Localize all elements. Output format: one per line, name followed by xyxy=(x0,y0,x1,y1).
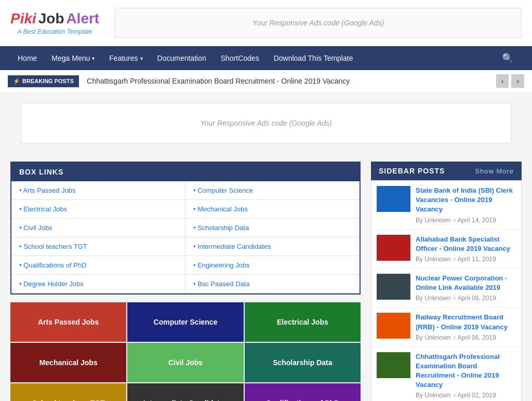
sidebar-post-image xyxy=(377,186,410,212)
ad-section: Your Responsive Ads code (Google Ads) xyxy=(21,103,511,143)
color-grid-cell[interactable]: School teachers TGT xyxy=(10,383,126,401)
ad-section-wrapper: Your Responsive Ads code (Google Ads) xyxy=(0,92,532,154)
sidebar-post: Nuclear Power Corporation - Online Link … xyxy=(371,269,521,308)
logo-tagline: A Best Education Template xyxy=(10,28,99,35)
nav-features-label: Features xyxy=(109,54,138,62)
box-link-item[interactable]: • Bsc Paased Data xyxy=(185,275,360,293)
sidebar-post-info: Railway Recruitment Board (RRB) - Online… xyxy=(416,313,516,341)
header-ad-banner: Your Responsive Ads code (Google Ads) xyxy=(115,8,522,38)
sidebar-post-meta: By Unknown ○ April 09, 2019 xyxy=(416,295,516,302)
sidebar-post-image xyxy=(377,352,410,378)
box-link-item[interactable]: • Scholarship Data xyxy=(185,219,360,237)
color-grid-cell[interactable]: Mechanical Jobs xyxy=(10,343,126,382)
sidebar-header: SIDEBAR POSTS Show More xyxy=(371,162,522,180)
sidebar-posts-container: State Bank of India (SBI) Clerk Vacancie… xyxy=(371,180,522,401)
breaking-next-button[interactable]: › xyxy=(511,74,524,88)
box-link-item[interactable]: • Mechanical Jobs xyxy=(185,200,360,219)
breaking-text: Chhattisgarh Professional Examination Bo… xyxy=(87,77,488,85)
nav-download-label: Download This Template xyxy=(274,54,353,62)
chevron-down-icon: ▾ xyxy=(92,56,95,61)
sidebar-post-meta: By Unknown ○ April 06, 2019 xyxy=(416,334,516,341)
nav-mega-menu-label: Mega Menu xyxy=(51,54,90,62)
logo-text: Piki Job Alert A Best Education Template xyxy=(10,10,99,35)
box-link-item[interactable]: • Degree Holder Jobs xyxy=(11,275,185,293)
color-grid-cell[interactable]: Electrical Jobs xyxy=(245,302,361,342)
box-link-item[interactable]: • Engineering Jobs xyxy=(185,256,360,275)
nav-documentation[interactable]: Documentation xyxy=(150,46,214,70)
sidebar-post-image xyxy=(377,313,410,339)
box-links-section: BOX LINKS • Arts Passed Jobs• Computer S… xyxy=(10,162,361,295)
sidebar-post-title[interactable]: State Bank of India (SBI) Clerk Vacancie… xyxy=(416,186,516,215)
sidebar-header-label: SIDEBAR POSTS xyxy=(379,167,445,175)
sidebar: SIDEBAR POSTS Show More State Bank of In… xyxy=(371,162,522,401)
breaking-badge-label: BREAKING POSTS xyxy=(22,78,74,84)
color-grid: Arts Passed JobsComputer ScienceElectric… xyxy=(10,302,361,401)
nav-home-label: Home xyxy=(18,54,37,62)
header: Piki Job Alert A Best Education Template… xyxy=(0,0,532,46)
sidebar-post-meta: By Unknown ○ April 11, 2019 xyxy=(416,256,516,263)
color-grid-cell[interactable]: Qualifications of PhD xyxy=(245,383,361,401)
box-links-grid: • Arts Passed Jobs• Computer Science• El… xyxy=(11,181,360,293)
sidebar-post-info: State Bank of India (SBI) Clerk Vacancie… xyxy=(416,186,516,224)
sidebar-post: State Bank of India (SBI) Clerk Vacancie… xyxy=(371,181,521,230)
lightning-icon: ⚡ xyxy=(13,78,20,85)
color-grid-cell[interactable]: Computer Science xyxy=(127,302,243,342)
sidebar-post-title[interactable]: Nuclear Power Corporation - Online Link … xyxy=(416,274,516,292)
box-link-item[interactable]: • Computer Science xyxy=(185,181,360,200)
nav-documentation-label: Documentation xyxy=(157,54,206,62)
box-link-item[interactable]: • Electrical Jobs xyxy=(11,200,185,219)
sidebar-post-meta: By Unknown ○ April 14, 2019 xyxy=(416,217,516,224)
color-grid-cell[interactable]: Intermediate Candidates xyxy=(127,383,243,401)
sidebar-post-title[interactable]: Chhattisgarh Professional Examination Bo… xyxy=(416,352,516,390)
breaking-news-bar: ⚡ BREAKING POSTS Chhattisgarh Profession… xyxy=(0,70,532,92)
color-grid-cell[interactable]: Arts Passed Jobs xyxy=(10,302,126,342)
sidebar-post-image xyxy=(377,235,410,261)
navbar: Home Mega Menu ▾ Features ▾ Documentatio… xyxy=(0,46,532,70)
sidebar-post: Chhattisgarh Professional Examination Bo… xyxy=(371,347,521,401)
nav-features[interactable]: Features ▾ xyxy=(102,46,150,70)
logo-title: Piki Job Alert xyxy=(10,10,99,27)
search-icon[interactable]: 🔍 xyxy=(494,46,522,70)
nav-mega-menu[interactable]: Mega Menu ▾ xyxy=(44,46,102,70)
box-links-header: BOX LINKS xyxy=(11,163,360,181)
logo-piki: Piki xyxy=(10,10,36,26)
left-content: BOX LINKS • Arts Passed Jobs• Computer S… xyxy=(10,162,361,401)
breaking-nav: ‹ › xyxy=(496,74,524,88)
nav-shortcodes-label: ShortCodes xyxy=(221,54,259,62)
show-more-link[interactable]: Show More xyxy=(475,167,514,175)
sidebar-post-meta: By Unknown ○ April 02, 2019 xyxy=(416,392,516,399)
sidebar-post-info: Allahabad Bank Specialist Officer - Onli… xyxy=(416,235,516,263)
nav-download[interactable]: Download This Template xyxy=(267,46,361,70)
sidebar-post-info: Chhattisgarh Professional Examination Bo… xyxy=(416,352,516,399)
breaking-prev-button[interactable]: ‹ xyxy=(496,74,509,88)
logo-job: Job xyxy=(38,10,64,26)
box-link-item[interactable]: • School teachers TGT xyxy=(11,237,185,256)
sidebar-post-title[interactable]: Railway Recruitment Board (RRB) - Online… xyxy=(416,313,516,331)
sidebar-post: Railway Recruitment Board (RRB) - Online… xyxy=(371,308,521,346)
nav-shortcodes[interactable]: ShortCodes xyxy=(214,46,267,70)
logo-alert: Alert xyxy=(66,10,99,26)
color-grid-cell[interactable]: Scholarship Data xyxy=(245,343,361,382)
sidebar-post: Allahabad Bank Specialist Officer - Onli… xyxy=(371,230,521,269)
logo: Piki Job Alert A Best Education Template xyxy=(10,10,99,35)
color-grid-cell[interactable]: Civil Jobs xyxy=(127,343,243,382)
main-content: BOX LINKS • Arts Passed Jobs• Computer S… xyxy=(0,154,532,401)
chevron-down-icon: ▾ xyxy=(140,56,143,61)
nav-home[interactable]: Home xyxy=(10,46,44,70)
box-link-item[interactable]: • Qualifications of PhD xyxy=(11,256,185,275)
nav-items: Home Mega Menu ▾ Features ▾ Documentatio… xyxy=(10,46,360,70)
sidebar-post-image xyxy=(377,274,410,300)
sidebar-post-title[interactable]: Allahabad Bank Specialist Officer - Onli… xyxy=(416,235,516,253)
box-link-item[interactable]: • Arts Passed Jobs xyxy=(11,181,185,200)
sidebar-post-info: Nuclear Power Corporation - Online Link … xyxy=(416,274,516,302)
box-link-item[interactable]: • Civil Jobs xyxy=(11,219,185,237)
box-link-item[interactable]: • Intermediate Candidates xyxy=(185,237,360,256)
breaking-badge: ⚡ BREAKING POSTS xyxy=(8,75,79,87)
